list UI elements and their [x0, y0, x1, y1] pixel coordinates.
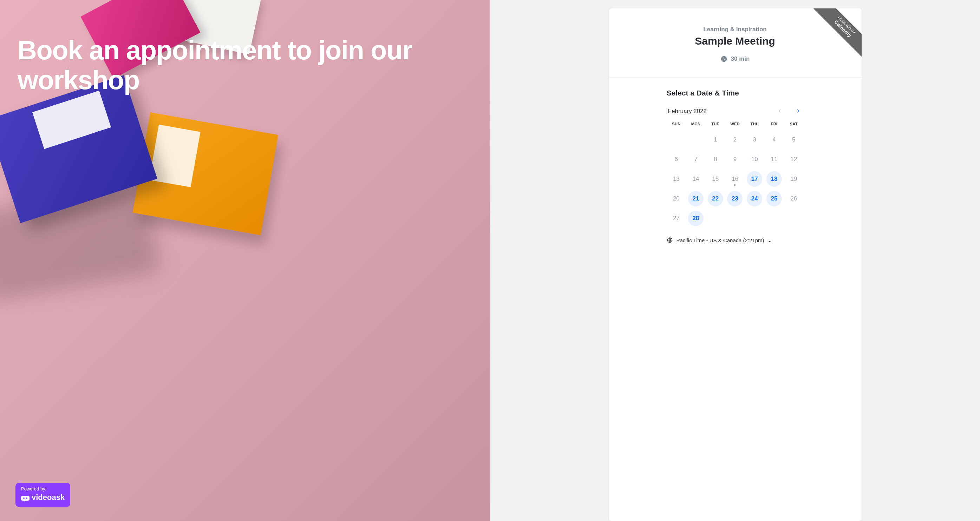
calendar-day-unavailable: 2	[727, 132, 743, 148]
calendar-day-cell: 25	[764, 191, 784, 207]
calendar-day-available[interactable]: 17	[747, 172, 762, 187]
calendar-day-cell: 16	[725, 171, 745, 187]
calendar-day-available[interactable]: 22	[708, 191, 723, 206]
calendar-day-cell: 13	[667, 171, 686, 187]
svg-point-1	[26, 497, 27, 499]
calendar-day-unavailable: 26	[786, 191, 802, 206]
calendar-day-cell: 28	[686, 210, 706, 226]
calendar-dow: SUN	[667, 122, 686, 128]
calendar-day-available[interactable]: 23	[727, 191, 743, 206]
calendar-day-unavailable: 4	[767, 132, 782, 148]
clock-icon	[721, 56, 727, 62]
calendar-day-unavailable: 19	[786, 172, 802, 187]
calendar-day-cell: 27	[667, 210, 686, 226]
calendar-day-unavailable: 20	[668, 191, 684, 206]
calendar-day-cell: 26	[784, 191, 804, 207]
videoask-powered-by-label: Powered by:	[21, 486, 65, 492]
calendar-day-available[interactable]: 28	[688, 211, 703, 226]
calendar-day-cell: 23	[725, 191, 745, 207]
calendar-day-unavailable: 10	[747, 152, 762, 167]
calendar-dow: FRI	[764, 122, 784, 128]
booking-panel: POWERED BY Calendly Learning & Inspirati…	[490, 0, 980, 521]
calendar-day-unavailable: 27	[668, 211, 684, 226]
calendar-day-unavailable: 1	[708, 132, 723, 148]
calendar-day-unavailable: 6	[668, 152, 684, 167]
calendar-day-cell: 17	[745, 171, 764, 187]
calendar-day-cell: 10	[745, 151, 764, 167]
calendar-day-cell: 9	[725, 151, 745, 167]
calendar-day-available[interactable]: 18	[767, 172, 782, 187]
calendar-day-cell: 22	[706, 191, 725, 207]
caret-down-icon	[768, 238, 772, 242]
calendar-day-cell: 4	[764, 132, 784, 148]
calendar-day-cell: 20	[667, 191, 686, 207]
calendar-day-available[interactable]: 24	[747, 191, 762, 206]
globe-icon	[667, 237, 673, 243]
calendar-nav: February 2022	[667, 107, 804, 116]
calendar-day-cell: 2	[725, 132, 745, 148]
calendar-day-unavailable: 15	[708, 172, 723, 187]
calendar-dow: SAT	[784, 122, 804, 128]
calendar-day-cell	[745, 210, 764, 226]
meeting-duration-label: 30 min	[731, 56, 750, 62]
calendar-day-unavailable: 9	[727, 152, 743, 167]
calendar-dow: MON	[686, 122, 706, 128]
calendar-day-cell: 21	[686, 191, 706, 207]
calendar-day-cell: 24	[745, 191, 764, 207]
videoask-logo-icon	[21, 495, 30, 501]
calendar-day-unavailable: 8	[708, 152, 723, 167]
calendar-day-cell: 7	[686, 151, 706, 167]
calendly-ribbon[interactable]: POWERED BY Calendly	[813, 8, 862, 57]
calendar-day-cell: 11	[764, 151, 784, 167]
calendar-day-available[interactable]: 21	[688, 191, 703, 206]
calendar-day-cell: 6	[667, 151, 686, 167]
booking-card: POWERED BY Calendly Learning & Inspirati…	[609, 8, 862, 521]
calendar-grid: SUNMONTUEWEDTHUFRISAT1234567891011121314…	[667, 122, 804, 226]
calendar-day-cell: 15	[706, 171, 725, 187]
calendar-day-unavailable: 12	[786, 152, 802, 167]
calendar-day-cell	[764, 210, 784, 226]
calendar-day-unavailable: 11	[767, 152, 782, 167]
videoask-badge[interactable]: Powered by: videoask	[16, 483, 70, 507]
calendar-day-cell	[725, 210, 745, 226]
hero-title: Book an appointment to join our workshop	[18, 35, 490, 95]
next-month-button[interactable]	[794, 107, 802, 116]
card-body: Select a Date & Time February 2022	[609, 78, 862, 254]
hero-panel: Book an appointment to join our workshop…	[0, 0, 490, 521]
calendar-day-cell: 18	[764, 171, 784, 187]
calendar-day-cell	[667, 132, 686, 148]
calendar-day-cell: 5	[784, 132, 804, 148]
calendar-dow: TUE	[706, 122, 725, 128]
select-date-time-title: Select a Date & Time	[667, 89, 804, 97]
calendar-day-cell: 8	[706, 151, 725, 167]
calendar-day-cell	[784, 210, 804, 226]
chevron-right-icon	[795, 108, 800, 114]
calendar-dow: WED	[725, 122, 745, 128]
prev-month-button[interactable]	[776, 107, 784, 116]
calendar-day-cell: 12	[784, 151, 804, 167]
calendar-day-cell	[686, 132, 706, 148]
videoask-brand-label: videoask	[32, 492, 65, 503]
calendar-month-label: February 2022	[668, 108, 707, 115]
calendar-day-unavailable: 5	[786, 132, 802, 148]
calendar-day-unavailable: 3	[747, 132, 762, 148]
calendar-day-cell: 3	[745, 132, 764, 148]
calendar-dow: THU	[745, 122, 764, 128]
calendar-day-available[interactable]: 25	[767, 191, 782, 206]
calendar-day-unavailable: 7	[688, 152, 703, 167]
timezone-label: Pacific Time - US & Canada (2:21pm)	[676, 237, 764, 243]
svg-point-0	[23, 497, 25, 499]
calendar-day-unavailable: 13	[668, 172, 684, 187]
timezone-selector[interactable]: Pacific Time - US & Canada (2:21pm)	[667, 237, 804, 243]
calendar-day-cell	[706, 210, 725, 226]
chevron-left-icon	[777, 108, 782, 114]
calendar-day-cell: 1	[706, 132, 725, 148]
calendar-day-unavailable: 14	[688, 172, 703, 187]
meeting-duration: 30 min	[721, 56, 750, 62]
calendar-day-cell: 14	[686, 171, 706, 187]
calendar-day-cell: 19	[784, 171, 804, 187]
